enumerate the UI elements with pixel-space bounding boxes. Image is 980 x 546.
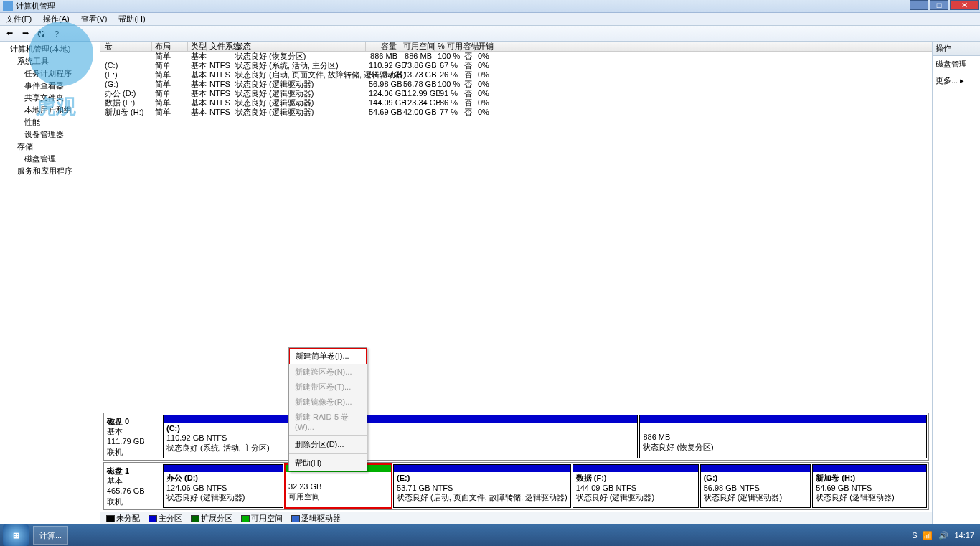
disk-1: 磁盘 1 基本 465.76 GB 联机 办公 (D:)124.06 GB NT…	[103, 462, 929, 510]
volume-header: 卷 布局 类型 文件系统 状态 容量 可用空间 % 可用 容错 开销	[100, 42, 932, 52]
legend-bar: 未分配 主分区 扩展分区 可用空间 逻辑驱动器	[100, 512, 932, 524]
tree-disk-management[interactable]: 磁盘管理	[1, 153, 98, 165]
legend-logical: 逻辑驱动器	[301, 514, 341, 522]
col-filesystem[interactable]: 文件系统	[207, 42, 232, 51]
disk1-partition-f[interactable]: 数据 (F:)144.09 GB NTFS状态良好 (逻辑驱动器)	[573, 464, 699, 508]
ctx-new-spanned-volume: 新建跨区卷(N)...	[289, 364, 367, 380]
titlebar: 计算机管理 _ □ ✕	[0, 0, 980, 13]
col-capacity[interactable]: 容量	[366, 42, 400, 51]
system-tray: S 📶 🔊 14:17	[912, 531, 980, 540]
tree-storage[interactable]: 存储	[1, 141, 98, 153]
volume-table: 卷 布局 类型 文件系统 状态 容量 可用空间 % 可用 容错 开销 简单基本状…	[100, 42, 932, 117]
disk1-partition-g[interactable]: (G:)56.98 GB NTFS状态良好 (逻辑驱动器)	[700, 464, 811, 508]
disk1-partition-d[interactable]: 办公 (D:)124.06 GB NTFS状态良好 (逻辑驱动器)	[163, 464, 283, 508]
disk1-partition-h[interactable]: 新加卷 (H:)54.69 GB NTFS状态良好 (逻辑驱动器)	[812, 464, 927, 508]
nav-tree: 计算机管理(本地) 系统工具 任务计划程序 事件查看器 共享文件夹 本地用户和组…	[0, 42, 100, 524]
volume-row[interactable]: 新加卷 (H:)简单基本NTFS状态良好 (逻辑驱动器)54.69 GB42.0…	[100, 108, 932, 117]
ctx-delete-partition[interactable]: 删除分区(D)...	[289, 437, 367, 452]
menu-view[interactable]: 查看(V)	[78, 14, 110, 24]
actions-pane: 操作 磁盘管理 更多... ▸	[933, 42, 980, 524]
ctx-help[interactable]: 帮助(H)	[289, 456, 367, 471]
tree-task-scheduler[interactable]: 任务计划程序	[1, 67, 98, 80]
tree-device-manager[interactable]: 设备管理器	[1, 128, 98, 141]
col-percent[interactable]: % 可用	[435, 42, 461, 51]
legend-free: 可用空间	[251, 514, 283, 522]
tree-local-users[interactable]: 本地用户和组	[1, 104, 98, 116]
volume-row[interactable]: (G:)简单基本NTFS状态良好 (逻辑驱动器)56.98 GB56.78 GB…	[100, 80, 932, 89]
menu-help[interactable]: 帮助(H)	[116, 14, 148, 24]
taskbar: ⊞ 计算... S 📶 🔊 14:17	[0, 524, 980, 546]
maximize-button[interactable]: □	[930, 0, 948, 10]
disk0-partition-c[interactable]: (C:) 110.92 GB NTFS 状态良好 (系统, 活动, 主分区)	[163, 415, 638, 458]
menu-file[interactable]: 文件(F)	[3, 14, 34, 24]
main-area: 计算机管理(本地) 系统工具 任务计划程序 事件查看器 共享文件夹 本地用户和组…	[0, 42, 980, 524]
tray-volume-icon[interactable]: 🔊	[938, 531, 948, 540]
tray-clock[interactable]: 14:17	[954, 531, 974, 540]
disk-0-label: 磁盘 0 基本 111.79 GB 联机	[104, 413, 161, 460]
minimize-button[interactable]: _	[910, 0, 928, 10]
ctx-new-simple-volume[interactable]: 新建简单卷(I)...	[289, 348, 367, 364]
disk-1-label: 磁盘 1 基本 465.76 GB 联机	[104, 463, 161, 509]
actions-more[interactable]: 更多... ▸	[933, 72, 980, 89]
app-icon	[3, 1, 13, 11]
toolbar: ⬅ ➡ 🗘 ?	[0, 26, 980, 42]
tree-event-viewer[interactable]: 事件查看器	[1, 80, 98, 92]
tree-root[interactable]: 计算机管理(本地)	[1, 43, 98, 55]
col-type[interactable]: 类型	[188, 42, 207, 51]
legend-unallocated: 未分配	[116, 514, 140, 522]
actions-header: 操作	[933, 42, 980, 56]
disk-0: 磁盘 0 基本 111.79 GB 联机 (C:) 110.92 GB NTFS…	[103, 413, 929, 461]
volume-row[interactable]: 办公 (D:)简单基本NTFS状态良好 (逻辑驱动器)124.06 GB112.…	[100, 89, 932, 98]
menubar: 文件(F) 操作(A) 查看(V) 帮助(H)	[0, 13, 980, 26]
tree-services-apps[interactable]: 服务和应用程序	[1, 165, 98, 177]
tree-performance[interactable]: 性能	[1, 116, 98, 128]
start-button[interactable]: ⊞	[3, 524, 29, 546]
col-layout[interactable]: 布局	[152, 42, 188, 51]
refresh-button[interactable]: 🗘	[34, 27, 47, 40]
col-status[interactable]: 状态	[232, 42, 366, 51]
volume-row[interactable]: 数据 (F:)简单基本NTFS状态良好 (逻辑驱动器)144.09 GB123.…	[100, 98, 932, 108]
actions-diskmgmt[interactable]: 磁盘管理	[933, 56, 980, 72]
volume-row[interactable]: (C:)简单基本NTFS状态良好 (系统, 活动, 主分区)110.92 GB7…	[100, 61, 932, 70]
tree-shared-folders[interactable]: 共享文件夹	[1, 92, 98, 104]
volume-row[interactable]: (E:)简单基本NTFS状态良好 (启动, 页面文件, 故障转储, 逻辑驱动器)…	[100, 70, 932, 80]
ctx-new-mirrored-volume: 新建镜像卷(R)...	[289, 395, 367, 410]
context-menu: 新建简单卷(I)... 新建跨区卷(N)... 新建带区卷(T)... 新建镜像…	[288, 347, 367, 471]
disk0-partition-recovery[interactable]: 886 MB 状态良好 (恢复分区)	[639, 415, 927, 458]
col-volume[interactable]: 卷	[102, 42, 152, 51]
col-fault[interactable]: 容错	[461, 42, 475, 51]
legend-extended: 扩展分区	[201, 514, 232, 522]
back-button[interactable]: ⬅	[3, 27, 16, 40]
taskbar-app-button[interactable]: 计算...	[33, 526, 68, 545]
tray-ime-icon[interactable]: S	[912, 531, 917, 540]
forward-button[interactable]: ➡	[19, 27, 32, 40]
help-icon[interactable]: ?	[50, 27, 63, 40]
ctx-new-raid5-volume: 新建 RAID-5 卷(W)...	[289, 410, 367, 433]
title-text: 计算机管理	[16, 1, 55, 11]
ctx-new-striped-volume: 新建带区卷(T)...	[289, 380, 367, 395]
volume-row[interactable]: 简单基本状态良好 (恢复分区)886 MB886 MB100 %否0%	[100, 52, 932, 61]
disk-graphical-area: 磁盘 0 基本 111.79 GB 联机 (C:) 110.92 GB NTFS…	[100, 411, 932, 524]
col-overhead[interactable]: 开销	[475, 42, 492, 51]
tree-system-tools[interactable]: 系统工具	[1, 55, 98, 67]
menu-action[interactable]: 操作(A)	[40, 14, 72, 24]
legend-primary: 主分区	[159, 514, 182, 522]
window-buttons: _ □ ✕	[910, 0, 980, 13]
col-free[interactable]: 可用空间	[400, 42, 435, 51]
close-button[interactable]: ✕	[950, 0, 979, 10]
center-pane: 卷 布局 类型 文件系统 状态 容量 可用空间 % 可用 容错 开销 简单基本状…	[100, 42, 933, 524]
disk1-partition-e[interactable]: (E:)53.71 GB NTFS状态良好 (启动, 页面文件, 故障转储, 逻…	[393, 464, 571, 508]
tray-network-icon[interactable]: 📶	[923, 531, 933, 540]
